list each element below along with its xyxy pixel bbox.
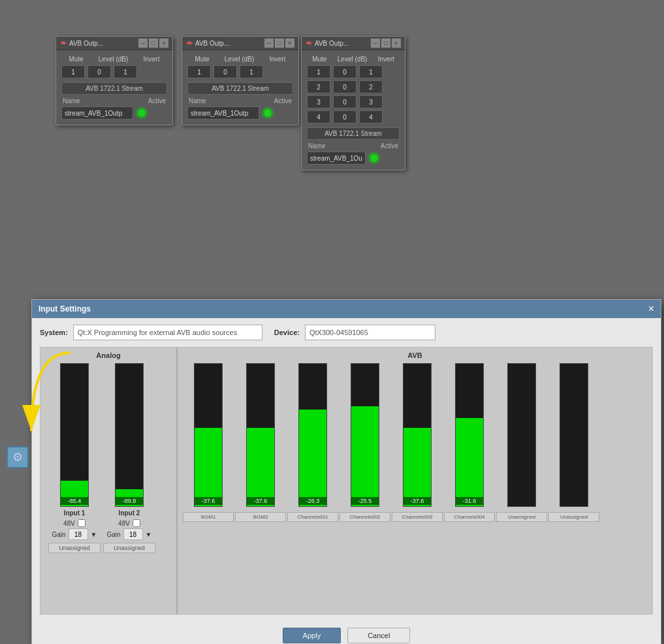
invert-3-3[interactable] — [359, 95, 383, 108]
stream-name-input-1[interactable] — [61, 106, 133, 120]
system-label: System: — [40, 329, 68, 336]
stream-name-input-3[interactable] — [307, 152, 366, 165]
input-settings-dialog: Input Settings × System: Device: Analog … — [31, 299, 661, 644]
level-3-2[interactable] — [333, 80, 356, 93]
avb-meter-col-5: -31.6Channels004 — [444, 363, 495, 522]
device-input[interactable] — [305, 325, 435, 340]
avb-content-3: Mute Level (dB) Invert — [302, 50, 405, 170]
settings-gear-button[interactable]: ⚙ — [7, 446, 29, 468]
avb-titlebar-left-2: ❧ AVB Outp... — [186, 39, 229, 48]
system-input[interactable] — [73, 325, 262, 340]
mute-3-3[interactable] — [307, 95, 330, 108]
avb-window-3: ❧ AVB Outp... ─ □ × Mute Level (dB) Inve… — [301, 36, 405, 170]
avb-close-3[interactable]: × — [392, 39, 401, 48]
analog-value-badge-1: -89.8 — [116, 497, 143, 505]
level-input-2[interactable] — [213, 65, 237, 78]
stream-name-input-2[interactable] — [187, 106, 259, 120]
level-3-1[interactable] — [333, 65, 356, 78]
avb-controls-row-3-2 — [307, 80, 400, 93]
invert-header-2: Invert — [269, 56, 285, 63]
avb-meter-col-0: -37.6BGM1 — [183, 363, 234, 522]
avb-controls-row-2 — [187, 65, 293, 78]
mute-header-2: Mute — [195, 56, 210, 63]
active-dot-3 — [370, 153, 379, 163]
gain-input-1[interactable] — [123, 528, 143, 540]
avb-bar-fill-3 — [351, 406, 379, 506]
name-label-2: Name — [189, 97, 206, 105]
avb-title-3: AVB Outp... — [315, 40, 349, 47]
avb-assign-btn-0[interactable]: BGM1 — [183, 512, 234, 522]
avb-maximize-1[interactable]: □ — [149, 39, 158, 48]
48v-checkbox-1[interactable] — [133, 519, 140, 527]
invert-3-1[interactable] — [359, 65, 383, 78]
avb-minimize-1[interactable]: ─ — [138, 39, 148, 48]
avb-assign-btn-7[interactable]: Unassigned — [548, 512, 599, 522]
avb-value-badge-3: -25.5 — [351, 497, 379, 505]
avb-minimize-2[interactable]: ─ — [264, 39, 274, 48]
apply-button[interactable]: Apply — [283, 628, 341, 643]
avb-value-badge-5: -31.6 — [456, 497, 483, 505]
avb-meter-col-4: -37.6Channels003 — [392, 363, 443, 522]
invert-3-2[interactable] — [359, 80, 383, 93]
dialog-footer: Apply Cancel — [32, 621, 661, 644]
stream-row-1 — [61, 106, 167, 120]
invert-input-2[interactable] — [240, 65, 263, 78]
level-3-4[interactable] — [333, 110, 356, 123]
avb-row-header-3: Mute Level (dB) Invert — [307, 56, 400, 63]
analog-gain-row-1: Gain▼ — [106, 528, 151, 540]
level-3-3[interactable] — [333, 95, 356, 108]
48v-checkbox-0[interactable] — [78, 519, 86, 527]
analog-bar-container-1: -89.8 — [115, 363, 144, 507]
avb-minimize-3[interactable]: ─ — [371, 39, 380, 48]
gain-arrow-0: ▼ — [91, 531, 97, 538]
name-active-header-2: Name Active — [187, 97, 293, 105]
mute-3-1[interactable] — [307, 65, 330, 78]
name-active-header-3: Name Active — [307, 142, 400, 150]
mute-3-4[interactable] — [307, 110, 330, 123]
avb-bar-fill-5 — [456, 418, 483, 506]
avb-bar-container-0: -37.6 — [194, 363, 223, 507]
avb-assign-btn-2[interactable]: Channels001 — [287, 512, 338, 522]
analog-value-badge-0: -85.4 — [61, 497, 88, 505]
analog-meters-row: -85.4Input 148VGain▼Unassigned-89.8Input… — [43, 363, 174, 553]
dialog-close-button[interactable]: × — [648, 304, 654, 314]
avb-icon-3: ❧ — [306, 39, 312, 48]
avb-bar-fill-1 — [247, 428, 274, 506]
avb-controls-1: ─ □ × — [138, 39, 168, 48]
avb-controls-row-3-1 — [307, 65, 400, 78]
avb-maximize-3[interactable]: □ — [381, 39, 390, 48]
level-input-1[interactable] — [87, 65, 111, 78]
invert-3-4[interactable] — [359, 110, 383, 123]
avb-assign-btn-1[interactable]: BGM2 — [235, 512, 286, 522]
avb-assign-btn-3[interactable]: Channels002 — [340, 512, 390, 522]
cancel-button[interactable]: Cancel — [347, 628, 410, 643]
avb-assign-btn-5[interactable]: Channels004 — [444, 512, 495, 522]
stream-label-3: AVB 1722.1 Stream — [307, 127, 400, 140]
avb-close-1[interactable]: × — [159, 39, 168, 48]
mute-header-1: Mute — [69, 56, 84, 63]
mute-input-1[interactable] — [61, 65, 85, 78]
analog-assign-btn-0[interactable]: Unassigned — [48, 543, 101, 553]
avb-assign-btn-4[interactable]: Channels003 — [392, 512, 443, 522]
avb-bar-container-7 — [560, 363, 588, 507]
dialog-titlebar: Input Settings × — [32, 300, 661, 318]
analog-assign-btn-1[interactable]: Unassigned — [103, 543, 155, 553]
avb-bar-container-3: -25.5 — [351, 363, 379, 507]
analog-channel-label-1: Input 2 — [119, 509, 140, 517]
invert-input-1[interactable] — [114, 65, 137, 78]
avb-meter-col-2: -26.3Channels001 — [287, 363, 338, 522]
avb-maximize-2[interactable]: □ — [275, 39, 284, 48]
mute-input-2[interactable] — [187, 65, 211, 78]
avb-assign-btn-6[interactable]: Unassigned — [496, 512, 547, 522]
avb-close-2[interactable]: × — [285, 39, 294, 48]
mute-3-2[interactable] — [307, 80, 330, 93]
avb-title-2: AVB Outp... — [195, 40, 229, 47]
level-header-2: Level (dB) — [225, 56, 255, 63]
analog-gain-row-0: Gain▼ — [52, 528, 97, 540]
avb-meter-col-6: Unassigned — [496, 363, 547, 522]
meters-area: Analog -85.4Input 148VGain▼Unassigned-89… — [40, 347, 653, 615]
gain-input-0[interactable] — [69, 528, 88, 540]
avb-icon-1: ❧ — [60, 39, 67, 48]
avb-meter-col-7: Unassigned — [548, 363, 599, 522]
avb-controls-3: ─ □ × — [371, 39, 401, 48]
